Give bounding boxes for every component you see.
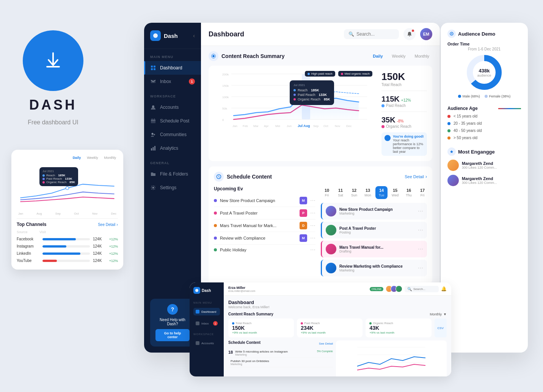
engaged-avatar-2 bbox=[447, 175, 459, 186]
svg-text:Aug: Aug bbox=[303, 124, 310, 128]
engaged-name-1: Margareth Zend bbox=[462, 161, 497, 166]
tab-monthly[interactable]: Monthly bbox=[411, 53, 432, 60]
most-engaged-icon bbox=[449, 149, 454, 154]
audience-demo-title: Audience Demo bbox=[458, 31, 495, 37]
sidebar-item-analytics[interactable]: Analytics bbox=[144, 141, 201, 155]
donut-container: 438k audience Male (68%) Female (38%) bbox=[447, 53, 521, 98]
mini-tab-monthly[interactable]: Monthly bbox=[102, 155, 118, 160]
cal-event-more-4[interactable]: ⋯ bbox=[418, 265, 423, 271]
paid-reach-change: +12% bbox=[401, 98, 411, 102]
doing-good-title: You're doing good! bbox=[393, 135, 424, 138]
see-detail-btn[interactable]: See Detail › bbox=[405, 174, 427, 179]
mini-tab-weekly[interactable]: Weekly bbox=[85, 155, 100, 160]
schedule-more-2[interactable]: ⋯ bbox=[310, 210, 315, 216]
tab-weekly[interactable]: Weekly bbox=[389, 53, 409, 60]
svg-text:150k: 150k bbox=[222, 84, 229, 88]
search-box[interactable]: 🔍 bbox=[344, 29, 399, 39]
user-avatar[interactable]: EM bbox=[420, 28, 432, 40]
sidebar-item-inbox[interactable]: Inbox 1 bbox=[144, 75, 201, 88]
stat-divider-2 bbox=[381, 111, 427, 112]
tc-title: Top Channels bbox=[17, 222, 46, 227]
x-aug: Aug bbox=[36, 212, 42, 215]
pc2-si-1: 18 Write 5 microblog articles on Instagr… bbox=[228, 348, 333, 358]
total-reach-label: Total Reach bbox=[381, 83, 427, 87]
help-btn[interactable]: Go to help center bbox=[155, 329, 190, 341]
cal-date-13[interactable]: 13Mon bbox=[362, 186, 374, 199]
schedule-item: New Store Product Campaign M ⋯ bbox=[214, 194, 315, 207]
age-row-1: < 15 years old bbox=[447, 114, 521, 118]
sidebar-accounts-label: Accounts bbox=[160, 105, 179, 110]
cal-date-11[interactable]: 11Sat bbox=[334, 186, 347, 199]
age-label-3: 40 - 50 years old bbox=[454, 129, 521, 133]
tooltip-reach-dot bbox=[293, 89, 296, 91]
pc2-see-detail[interactable]: See Detail bbox=[319, 342, 333, 345]
cal-date-10[interactable]: 10Fri bbox=[321, 186, 333, 199]
search-icon: 🔍 bbox=[348, 31, 354, 37]
pc2-item-dashboard[interactable]: Dashboard bbox=[193, 308, 220, 315]
cal-event-icon-1 bbox=[326, 206, 336, 216]
pc2-csv-btn[interactable]: CSV bbox=[435, 318, 447, 337]
cal-date-17[interactable]: 17Fri bbox=[416, 186, 427, 199]
cal-event-more-3[interactable]: ⋯ bbox=[418, 246, 423, 252]
sidebar-item-communities[interactable]: Communities bbox=[144, 128, 201, 141]
sidebar-item-accounts[interactable]: Accounts bbox=[144, 100, 201, 114]
svg-point-12 bbox=[152, 187, 154, 189]
pc2-si-info-2: Publish 30 post on Dribbbles Marketing bbox=[231, 359, 269, 365]
organic-reach-stat: 35K -8% Organic Reach bbox=[381, 116, 427, 129]
pc2-item-accounts[interactable]: Accounts bbox=[193, 339, 220, 347]
stat-divider-1 bbox=[381, 91, 427, 91]
mini-reach-label: Reach bbox=[46, 174, 55, 177]
pc2-logo: Dash bbox=[193, 287, 220, 294]
schedule-more-1[interactable]: ⋯ bbox=[310, 198, 315, 204]
cal-event-more-1[interactable]: ⋯ bbox=[418, 208, 423, 214]
cal-event-more-2[interactable]: ⋯ bbox=[418, 227, 423, 233]
sidebar-item-file-folders[interactable]: File & Folders bbox=[144, 167, 201, 181]
schedule-item-name-3: Mars Travel Manual for Mark... bbox=[220, 223, 297, 228]
sidebar-item-schedule-post[interactable]: Schedule Post bbox=[144, 114, 201, 128]
pc2-notif-icon[interactable]: 🔔 bbox=[441, 286, 447, 292]
pc2-content-bottom: Schedule Content See Detail 18 Write 5 m… bbox=[228, 340, 447, 376]
tc-col-source: Source bbox=[17, 230, 39, 234]
most-engaged-title: Most Engangge bbox=[458, 149, 495, 155]
svg-text:Oct: Oct bbox=[323, 124, 328, 128]
pc2-search-input[interactable] bbox=[413, 287, 436, 291]
svg-rect-10 bbox=[153, 147, 154, 151]
tc-bar-track-4 bbox=[42, 260, 90, 262]
tc-source-youtube: YouTube bbox=[17, 259, 39, 263]
cal-event-details-4: Review Marketing with Compliance Marketi… bbox=[339, 264, 403, 272]
mini-tab-daily[interactable]: Daily bbox=[71, 155, 83, 160]
schedule-more-4[interactable]: ⋯ bbox=[310, 235, 315, 241]
svg-text:Mar: Mar bbox=[253, 124, 259, 128]
sidebar-item-dashboard[interactable]: Dashboard bbox=[144, 61, 201, 75]
tc-column-headers: Source Visit bbox=[17, 230, 118, 234]
pc2-monthly-dropdown[interactable]: Monthly ▼ bbox=[430, 312, 447, 316]
pc2-inbox-label: Inbox bbox=[201, 322, 209, 325]
sidebar-item-settings[interactable]: Settings bbox=[144, 181, 201, 194]
tc-see-detail[interactable]: See Detail › bbox=[98, 222, 118, 227]
search-input[interactable] bbox=[356, 31, 394, 37]
cal-date-14[interactable]: 14Tue bbox=[375, 186, 388, 199]
pc2-search[interactable]: 🔍 bbox=[405, 286, 439, 292]
svg-rect-2 bbox=[154, 66, 155, 67]
cal-date-16[interactable]: 16Thu bbox=[403, 186, 415, 199]
schedule-more-5[interactable]: ⋯ bbox=[310, 247, 315, 253]
cal-event-4: Review Marketing with Compliance Marketi… bbox=[321, 260, 427, 276]
cal-date-15[interactable]: 15Wed bbox=[389, 186, 401, 199]
cal-date-12[interactable]: 12Sun bbox=[348, 186, 360, 199]
tc-bar-1 bbox=[42, 238, 76, 240]
schedule-more-3[interactable]: ⋯ bbox=[310, 223, 315, 229]
chart-graph: High paid reach Med organic reach Jul 20… bbox=[214, 71, 376, 132]
notification-bell[interactable] bbox=[403, 28, 416, 40]
mini-organic-label: Organic Reach bbox=[46, 180, 66, 184]
pc2-chart-mini bbox=[336, 340, 447, 376]
sidebar-collapse-btn[interactable]: ‹ bbox=[193, 33, 195, 39]
pc2-content-reach-title: Content Reach Summary bbox=[228, 312, 273, 316]
age-dot-2 bbox=[447, 122, 450, 125]
engaged-stats-1: 300 Likes 120 Comm... bbox=[462, 166, 497, 169]
pc2-si-sub-1: Marketing bbox=[235, 353, 288, 356]
help-icon: ? bbox=[167, 304, 178, 315]
pc2-item-inbox[interactable]: Inbox 1 bbox=[193, 319, 220, 328]
pc2-si-pct-1: 5% Complete bbox=[317, 350, 333, 356]
pc2-stat-value-paid: 234K bbox=[301, 325, 359, 331]
tab-daily[interactable]: Daily bbox=[370, 53, 386, 60]
